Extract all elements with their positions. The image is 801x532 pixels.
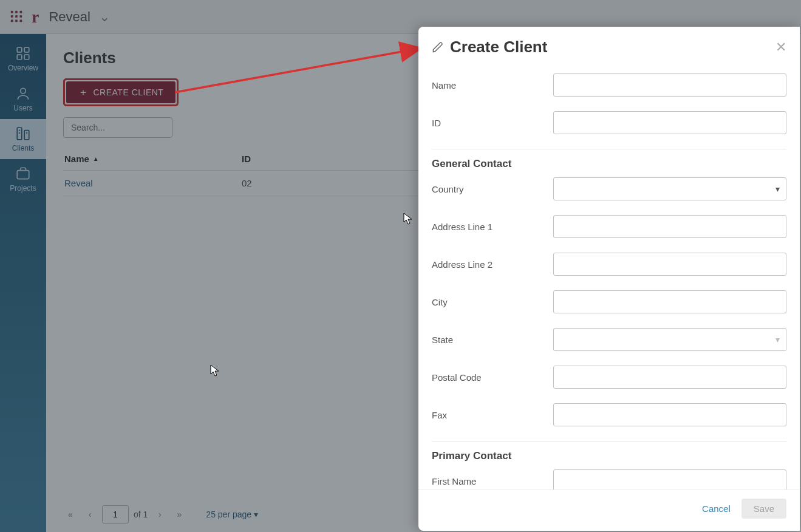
- label-city: City: [432, 297, 553, 307]
- label-country: Country: [432, 184, 553, 194]
- input-city[interactable]: [553, 290, 786, 313]
- cancel-button[interactable]: Cancel: [702, 503, 731, 514]
- label-postal: Postal Code: [432, 372, 553, 383]
- input-address1[interactable]: [553, 215, 786, 238]
- pencil-icon: [432, 41, 444, 53]
- close-icon[interactable]: ✕: [775, 39, 786, 55]
- input-name[interactable]: [553, 73, 786, 97]
- save-button[interactable]: Save: [741, 499, 786, 519]
- label-state: State: [432, 335, 553, 345]
- label-first-name: First Name: [432, 476, 553, 486]
- input-fax[interactable]: [553, 403, 786, 426]
- caret-down-icon: ▾: [775, 184, 780, 194]
- select-state[interactable]: ▾: [553, 328, 786, 351]
- label-name: Name: [432, 80, 553, 90]
- modal-footer: Cancel Save: [418, 489, 800, 531]
- modal-title: Create Client: [450, 38, 547, 56]
- divider: [432, 149, 786, 149]
- section-general-contact: General Contact: [432, 158, 786, 170]
- caret-down-icon: ▾: [775, 335, 780, 344]
- input-postal[interactable]: [553, 366, 786, 389]
- label-id: ID: [432, 118, 553, 128]
- modal-body: Name ID General Contact Country ▾ Addres…: [418, 64, 800, 489]
- input-first-name[interactable]: [553, 469, 786, 489]
- modal-header: Create Client ✕: [418, 27, 800, 64]
- input-id[interactable]: [553, 111, 786, 134]
- label-address2: Address Line 2: [432, 259, 553, 270]
- section-primary-contact: Primary Contact: [432, 450, 786, 462]
- select-country[interactable]: ▾: [553, 177, 786, 200]
- input-address2[interactable]: [553, 253, 786, 276]
- create-client-modal: Create Client ✕ Name ID General Contact …: [418, 27, 800, 531]
- label-fax: Fax: [432, 410, 553, 420]
- divider: [432, 441, 786, 442]
- label-address1: Address Line 1: [432, 222, 553, 232]
